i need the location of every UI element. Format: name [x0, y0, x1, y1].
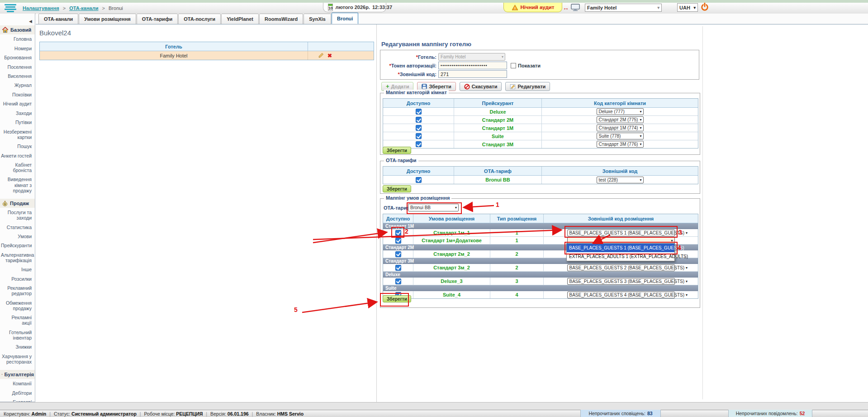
sidebar-collapse-icon[interactable]: ◀	[29, 19, 32, 24]
sidebar-item[interactable]: Журнал	[0, 82, 35, 88]
sidebar-item[interactable]: Виселення	[0, 73, 35, 79]
tab-roomswizard[interactable]: RoomsWizard	[259, 14, 303, 24]
breadcrumb-link-settings[interactable]: Налаштування	[23, 5, 59, 11]
room-code-select[interactable]: Стандарт 1М (774)▾	[597, 125, 644, 131]
unread-messages-badge[interactable]: Непрочитаних повідомлень: 52	[728, 410, 812, 417]
available-checkbox[interactable]	[416, 117, 422, 123]
sidebar-item[interactable]: Альтернативна тарифікація	[0, 252, 35, 263]
night-audit-badge[interactable]: ! Нічний аудит	[503, 3, 562, 12]
currency-selector[interactable]: UAH ▾	[677, 3, 698, 12]
sidebar-item[interactable]: Рекламний редактор	[0, 285, 35, 296]
token-input[interactable]: •••••••••••••••••••••••••	[438, 62, 507, 69]
sidebar-item[interactable]: Обмеження продажу	[0, 300, 35, 311]
sidebar-item[interactable]: Покоївки	[0, 92, 35, 97]
delete-x-icon[interactable]: ✖	[327, 53, 332, 59]
sidebar-section-accounting-header[interactable]: Бухгалтерія	[0, 370, 35, 379]
available-checkbox[interactable]	[395, 238, 401, 244]
tab-ota-tariffs[interactable]: ОТА-тарифи	[137, 14, 178, 24]
tab-placement-terms[interactable]: Умови розміщення	[79, 14, 136, 24]
edit-pencil-icon[interactable]	[318, 53, 324, 58]
sidebar-item[interactable]: Прейскуранти	[0, 243, 35, 248]
sidebar-item[interactable]: Нічний аудит	[0, 101, 35, 106]
swap-arrows-icon[interactable]: ↔	[563, 4, 569, 11]
available-checkbox[interactable]	[416, 125, 422, 131]
dropdown-option[interactable]: EXTRA_PLACES_ADULTS 1 (EXTRA_PLACES_ADUL…	[567, 252, 674, 261]
ota-tariffs-save-button[interactable]: Зберегти	[383, 185, 411, 192]
sidebar-item[interactable]: Виведення кімнат з продажу	[0, 177, 35, 193]
messages-count: 52	[800, 411, 805, 416]
room-code-select[interactable]: Стандарт 2М (775)▾	[597, 116, 644, 123]
available-checkbox[interactable]	[416, 133, 422, 139]
placement-code-select[interactable]: BASE_PLACES_GUESTS 2 (BASE_PLACES_GUESTS…	[567, 264, 675, 271]
status-workplace: Робоче місце:РЕЦЕПЦИЯ	[144, 411, 203, 417]
sidebar-item[interactable]: Дебітори	[0, 390, 35, 396]
edit-button[interactable]: Редагувати	[505, 82, 550, 91]
sidebar-item[interactable]: Поселення	[0, 64, 35, 70]
cancel-button[interactable]: Скасувати	[460, 82, 502, 91]
dropdown-option-highlighted[interactable]: BASE_PLACES_GUESTS 1 (BASE_PLACES_GUESTS…	[567, 244, 674, 252]
sidebar-section-sales-header[interactable]: $ Продаж	[0, 199, 35, 208]
editor-title: Редагування маппінгу готелю	[381, 41, 471, 48]
hotel-selector[interactable]: Family Hotel ▾	[585, 4, 662, 12]
placement-term-name: Стандарт 1м_1	[413, 229, 490, 236]
sidebar-section-title: Бухгалтерія	[4, 372, 34, 377]
tab-ota-services[interactable]: ОТА-послуги	[178, 14, 221, 24]
tab-bronui[interactable]: Bronui	[332, 13, 358, 24]
ota-tariffs-legend: ОТА-тарифи	[384, 158, 418, 163]
sidebar-item[interactable]: Кабінет броніста	[0, 162, 35, 173]
available-checkbox[interactable]	[416, 141, 422, 147]
workstation-monitor-icon[interactable]	[571, 4, 580, 12]
placement-code-select[interactable]: BASE_PLACES_GUESTS 1 (BASE_PLACES_GUESTS…	[567, 230, 675, 236]
sidebar-item[interactable]: Статистика	[0, 225, 35, 230]
room-code-select[interactable]: Deluxe (777)▾	[597, 108, 644, 115]
sidebar-item[interactable]: Номери	[0, 46, 35, 51]
hotel-row[interactable]: Family Hotel ✖	[40, 51, 374, 60]
sidebar-item[interactable]: Харчування у ресторанах	[0, 354, 35, 364]
external-code-input[interactable]: 271	[438, 70, 507, 78]
placement-code-select[interactable]: BASE_PLACES_GUESTS 3 (BASE_PLACES_GUESTS…	[567, 278, 675, 285]
sidebar-item[interactable]: Анкети гостей	[0, 153, 35, 158]
sidebar-item[interactable]: Компанії	[0, 381, 35, 386]
ota-tariff-filter-select[interactable]: Bronui BB ▾	[408, 204, 459, 211]
room-code-select[interactable]: Suite (778)▾	[597, 133, 644, 139]
power-icon[interactable]	[701, 3, 709, 12]
sidebar-item[interactable]: Рекламні акції	[0, 315, 35, 326]
show-password-checkbox[interactable]	[511, 63, 516, 68]
available-checkbox[interactable]	[395, 278, 401, 284]
sidebar-item[interactable]: Головна	[0, 36, 35, 42]
sidebar-item[interactable]: Умови	[0, 234, 35, 239]
sidebar-item[interactable]: Пошук	[0, 144, 35, 149]
sidebar-item[interactable]: Готельний інвентар	[0, 330, 35, 340]
placement-code-select[interactable]: BASE_PLACES_GUESTS 4 (BASE_PLACES_GUESTS…	[567, 292, 675, 298]
available-checkbox[interactable]	[395, 251, 401, 257]
table-row: Bronui BB test (228)▾	[383, 176, 698, 184]
hotel-field-select[interactable]: Family Hotel ▾	[438, 53, 505, 61]
placement-type: 1	[490, 229, 543, 236]
available-checkbox[interactable]	[416, 109, 422, 115]
hotel-selector-value: Family Hotel	[587, 5, 617, 10]
sidebar-section-basic-header[interactable]: Базовий	[0, 25, 35, 34]
sidebar-item[interactable]: Знижки	[0, 344, 35, 350]
tab-ota-channels[interactable]: ОТА-канали	[38, 14, 78, 24]
menu-icon[interactable]	[5, 4, 16, 12]
tab-yieldplanet[interactable]: YieldPlanet	[221, 14, 259, 24]
unread-notifications-badge[interactable]: Непрочитаних сповіщень: 83	[580, 410, 661, 417]
available-checkbox[interactable]	[395, 230, 401, 236]
table-row: Стандарт 3м_2 2 BASE_PLACES_GUESTS 2 (BA…	[383, 264, 698, 272]
available-checkbox[interactable]	[395, 265, 401, 271]
room-code-select[interactable]: Стандарт 3М (776)▾	[597, 141, 644, 148]
sidebar-item[interactable]: Розсилки	[0, 276, 35, 282]
sidebar-item[interactable]: Бронювання	[0, 55, 35, 60]
tariff-code-select[interactable]: test (228)▾	[597, 177, 644, 183]
price-list-name: Deluxe	[454, 108, 541, 115]
sidebar-item[interactable]: Путівки	[0, 120, 35, 125]
sidebar-item[interactable]: Послуги та заходи	[0, 210, 35, 220]
placement-save-button[interactable]: Зберегти	[383, 295, 411, 302]
available-checkbox[interactable]	[416, 177, 422, 183]
room-mapping-save-button[interactable]: Зберегти	[383, 147, 411, 154]
sidebar-item[interactable]: Незбережені картки	[0, 129, 35, 140]
tab-synxis[interactable]: SynXis	[304, 14, 331, 24]
breadcrumb-link-ota-channels[interactable]: ОТА-канали	[69, 5, 98, 11]
sidebar-item[interactable]: Заходи	[0, 110, 35, 116]
sidebar-item[interactable]: Інше	[0, 267, 35, 272]
